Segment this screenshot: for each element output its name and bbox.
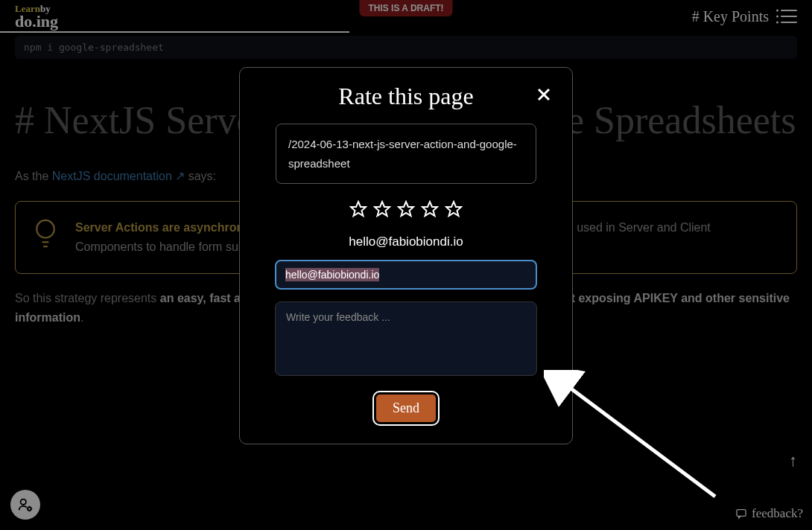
modal-title: Rate this page	[338, 83, 473, 110]
svg-marker-7	[399, 202, 413, 216]
svg-marker-5	[351, 202, 366, 216]
email-field[interactable]: hello@fabiobiondi.io	[275, 260, 537, 290]
star-4[interactable]	[421, 200, 439, 218]
email-label: hello@fabiobiondi.io	[259, 234, 553, 249]
feedback-textarea[interactable]: Write your feedback ...	[275, 301, 537, 376]
svg-marker-9	[446, 202, 461, 216]
url-display: /2024-06-13-next-js-server-action-and-go…	[276, 124, 536, 184]
svg-marker-8	[422, 202, 437, 216]
feedback-placeholder: Write your feedback ...	[286, 311, 390, 323]
star-3[interactable]	[397, 200, 415, 218]
star-5[interactable]	[445, 200, 463, 218]
rate-modal: Rate this page /2024-06-13-next-js-serve…	[239, 67, 573, 444]
close-icon[interactable]	[535, 86, 553, 103]
star-1[interactable]	[349, 200, 367, 218]
star-rating	[259, 200, 553, 218]
star-2[interactable]	[373, 200, 391, 218]
svg-marker-6	[375, 202, 390, 216]
email-value: hello@fabiobiondi.io	[285, 268, 379, 281]
send-button[interactable]: Send	[374, 392, 438, 424]
